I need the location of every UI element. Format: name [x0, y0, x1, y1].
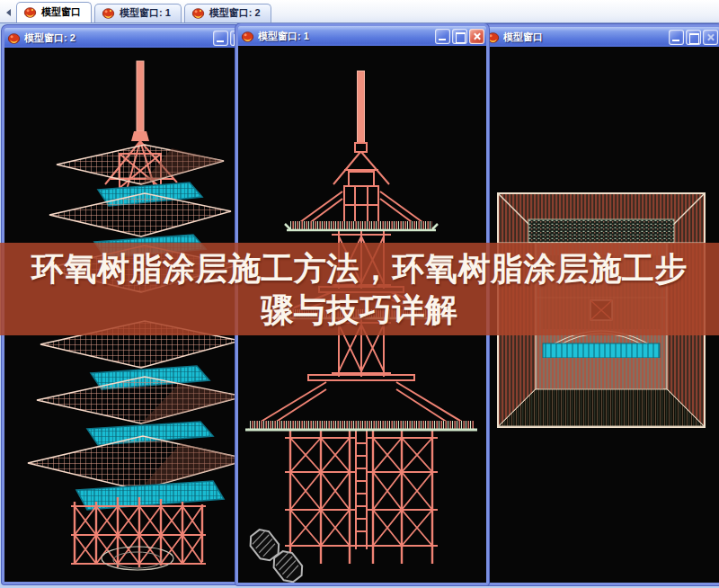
window-titlebar[interactable]: 模型窗口: 1	[238, 26, 486, 46]
model-window-plain: 模型窗口	[481, 24, 719, 585]
footprints-icon	[246, 526, 306, 583]
minimize-button[interactable]	[213, 31, 228, 46]
left-arrow-icon	[6, 9, 11, 16]
window-titlebar[interactable]: 模型窗口: 2	[4, 28, 247, 48]
model-window-2: 模型窗口: 2	[2, 25, 250, 584]
tab-model-window-2[interactable]: 模型窗口: 2	[184, 4, 271, 22]
maximize-button[interactable]	[686, 30, 701, 45]
tab-label: 模型窗口: 2	[209, 6, 261, 20]
viewport-canvas-perspective[interactable]	[4, 48, 247, 582]
tab-label: 模型窗口	[41, 5, 81, 19]
viewport-canvas-elevation[interactable]	[238, 46, 486, 583]
model-window-icon	[241, 30, 254, 43]
minimize-button[interactable]	[435, 29, 450, 44]
tab-scroll-left-button[interactable]	[2, 4, 14, 21]
tab-model-window[interactable]: 模型窗口	[16, 2, 92, 22]
window-titlebar[interactable]: 模型窗口	[484, 27, 719, 47]
viewport-canvas-plan[interactable]	[484, 47, 719, 583]
model-window-1: 模型窗口: 1	[235, 23, 489, 585]
model-window-icon	[23, 5, 37, 19]
tab-label: 模型窗口: 1	[120, 6, 171, 20]
maximize-button[interactable]	[452, 29, 467, 44]
pagoda-perspective-wireframe	[4, 48, 247, 582]
model-window-icon	[7, 31, 21, 45]
tab-model-window-1[interactable]: 模型窗口: 1	[94, 4, 182, 22]
model-window-icon	[102, 6, 115, 20]
model-window-icon	[191, 6, 205, 20]
minimize-button[interactable]	[669, 30, 684, 45]
window-title: 模型窗口: 2	[24, 31, 209, 45]
window-title: 模型窗口	[503, 31, 665, 44]
pagoda-plan-wireframe	[484, 47, 719, 583]
pagoda-elevation-wireframe	[238, 46, 486, 583]
window-title: 模型窗口: 1	[258, 30, 431, 43]
close-button-disabled[interactable]	[703, 30, 718, 45]
close-button[interactable]	[469, 29, 484, 44]
tab-bar: 模型窗口 模型窗口: 1 模型窗口: 2	[0, 0, 719, 23]
